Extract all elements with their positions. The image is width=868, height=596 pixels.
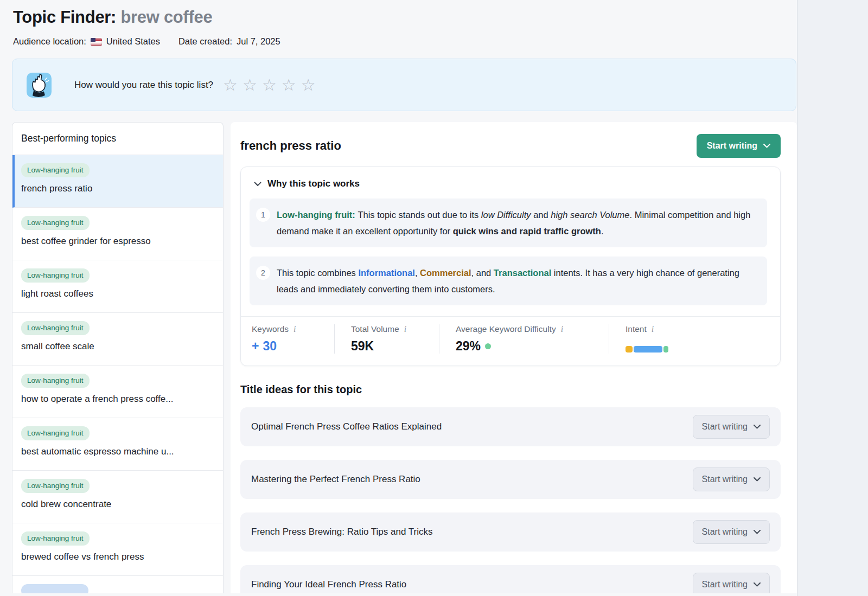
- date-created-label: Date created:: [178, 36, 232, 47]
- sidebar-topic-item[interactable]: Low-hanging fruit best automatic espress…: [12, 418, 223, 471]
- title-idea-text: Mastering the Perfect French Press Ratio: [251, 474, 420, 485]
- star-icon[interactable]: ☆: [301, 77, 316, 93]
- start-writing-label: Start writing: [707, 141, 757, 151]
- sidebar-topic-label: how to operate a french press coffe...: [21, 394, 214, 405]
- title-idea-text: Optimal French Press Coffee Ratios Expla…: [251, 421, 442, 432]
- keywords-value: + 30: [252, 339, 319, 354]
- start-writing-idea-label: Start writing: [702, 527, 748, 537]
- point-text: This topic combines Informational, Comme…: [277, 265, 755, 297]
- rating-banner: How would you rate this topic list? ☆☆☆☆…: [12, 59, 796, 111]
- why-points: 1 Low-hanging fruit: This topic stands o…: [250, 198, 767, 305]
- start-writing-idea-label: Start writing: [702, 580, 748, 589]
- low-hanging-fruit-badge: Low-hanging fruit: [21, 216, 90, 230]
- keyword-difficulty-number: 29%: [456, 339, 481, 354]
- sidebar-topic-label: cold brew concentrate: [21, 499, 214, 510]
- low-hanging-fruit-badge: Low-hanging fruit: [21, 374, 90, 388]
- topic-header: french press ratio Start writing: [240, 131, 781, 158]
- sidebar-topic-list: Low-hanging fruit french press ratio Low…: [12, 155, 223, 593]
- sidebar-topic-label: french press ratio: [21, 183, 214, 194]
- title-idea-row: Mastering the Perfect French Press Ratio…: [240, 460, 781, 499]
- collapse-chevron-icon: [254, 182, 261, 187]
- point-number: 2: [256, 266, 270, 280]
- intent-label: Intent: [626, 324, 647, 334]
- star-icon[interactable]: ☆: [262, 77, 277, 93]
- intent-segment-informational: [634, 346, 662, 353]
- star-icon[interactable]: ☆: [242, 77, 257, 93]
- sidebar-topic-item[interactable]: Low-hanging fruit cold brew concentrate: [12, 471, 223, 523]
- info-icon[interactable]: i: [293, 324, 296, 334]
- why-topic-works-toggle[interactable]: Why this topic works: [250, 178, 767, 189]
- selected-topic-name: french press ratio: [240, 139, 341, 153]
- audience-location-value: United States: [106, 36, 160, 47]
- sidebar-topic-label: brewed coffee vs french press: [21, 552, 214, 562]
- low-hanging-fruit-badge: [21, 584, 88, 593]
- content-row: Best-performing topics Low-hanging fruit…: [0, 122, 797, 593]
- low-hanging-fruit-badge: Low-hanging fruit: [21, 426, 90, 440]
- star-icon[interactable]: ☆: [282, 77, 296, 93]
- meta-row: Audience location: United States Date cr…: [13, 36, 784, 47]
- keywords-label: Keywords: [252, 324, 289, 334]
- title-idea-row: Optimal French Press Coffee Ratios Expla…: [240, 407, 781, 446]
- sidebar-topic-label: best automatic espresso machine u...: [21, 446, 214, 457]
- low-hanging-fruit-badge: Low-hanging fruit: [21, 268, 90, 283]
- audience-location-label: Audience location:: [13, 36, 86, 47]
- intent-segment-commercial: [626, 346, 633, 353]
- topic-finder-app: Topic Finder: brew coffee Audience locat…: [0, 0, 797, 596]
- sidebar-topic-item[interactable]: Low-hanging fruit small coffee scale: [12, 313, 223, 366]
- total-volume-label: Total Volume: [351, 324, 399, 334]
- us-flag-icon: [91, 38, 102, 46]
- page-title-query: brew coffee: [120, 8, 212, 27]
- title-idea-row: Finding Your Ideal French Press Ratio St…: [240, 565, 781, 593]
- sidebar-topic-label: small coffee scale: [21, 341, 214, 352]
- start-writing-idea-label: Start writing: [702, 475, 748, 484]
- page-header: Topic Finder: brew coffee Audience locat…: [0, 0, 797, 47]
- title-ideas-heading: Title ideas for this topic: [240, 383, 781, 396]
- start-writing-idea-label: Start writing: [702, 422, 748, 432]
- start-writing-idea-button[interactable]: Start writing: [693, 415, 770, 439]
- point-text: Low-hanging fruit: This topic stands out…: [277, 207, 755, 239]
- start-writing-idea-button[interactable]: Start writing: [693, 467, 770, 491]
- metric-total-volume: Total Volume i 59K: [334, 324, 439, 354]
- chevron-down-icon: [754, 530, 761, 534]
- keywords-value-number: 30: [263, 339, 277, 354]
- intent-bar: [626, 346, 752, 353]
- sidebar-header: Best-performing topics: [12, 123, 223, 155]
- chevron-down-icon: [754, 582, 761, 587]
- why-topic-works-title: Why this topic works: [267, 178, 360, 189]
- why-point: 2 This topic combines Informational, Com…: [250, 257, 767, 305]
- why-topic-works-card: Why this topic works 1 Low-hanging fruit…: [240, 166, 781, 366]
- start-writing-idea-button[interactable]: Start writing: [693, 520, 770, 544]
- hand-wave-icon: [27, 73, 52, 98]
- title-ideas-list: Optimal French Press Coffee Ratios Expla…: [240, 407, 781, 593]
- topic-metrics-row: Keywords i + 30 Total Volume i: [241, 316, 780, 366]
- info-icon[interactable]: i: [652, 324, 654, 334]
- sidebar-topic-item[interactable]: Low-hanging fruit how to operate a frenc…: [12, 366, 223, 418]
- keyword-difficulty-label: Average Keyword Difficulty: [456, 324, 556, 334]
- chevron-down-icon: [763, 144, 770, 148]
- sidebar-topic-label: best coffee grinder for espresso: [21, 236, 214, 247]
- keyword-difficulty-value: 29%: [456, 339, 593, 354]
- intent-segment-transactional: [663, 346, 668, 353]
- sidebar-topic-item[interactable]: Low-hanging fruit brewed coffee vs frenc…: [12, 523, 223, 576]
- date-created-value: Jul 7, 2025: [237, 36, 280, 47]
- title-idea-text: Finding Your Ideal French Press Ratio: [251, 579, 406, 590]
- page-title-prefix: Topic Finder:: [13, 8, 120, 27]
- sidebar-topic-item[interactable]: Low-hanging fruit light roast coffees: [12, 260, 223, 313]
- metric-keyword-difficulty: Average Keyword Difficulty i 29%: [439, 324, 609, 354]
- low-hanging-fruit-badge: Low-hanging fruit: [21, 163, 90, 177]
- sidebar-topic-item[interactable]: Low-hanging fruit best coffee grinder fo…: [12, 208, 223, 260]
- point-number: 1: [256, 208, 270, 222]
- page-title: Topic Finder: brew coffee: [13, 8, 784, 27]
- metric-intent: Intent i: [609, 324, 767, 354]
- start-writing-button[interactable]: Start writing: [697, 134, 781, 158]
- rating-question: How would you rate this topic list?: [74, 80, 213, 91]
- low-hanging-fruit-badge: Low-hanging fruit: [21, 531, 90, 546]
- start-writing-idea-button[interactable]: Start writing: [693, 573, 770, 593]
- why-point: 1 Low-hanging fruit: This topic stands o…: [250, 198, 767, 247]
- star-icon[interactable]: ☆: [223, 77, 238, 93]
- info-icon[interactable]: i: [404, 324, 406, 334]
- sidebar-topic-item[interactable]: Low-hanging fruit french press ratio: [12, 155, 223, 208]
- chevron-down-icon: [754, 425, 761, 429]
- sidebar-topic-item[interactable]: [12, 576, 223, 593]
- info-icon[interactable]: i: [561, 324, 563, 334]
